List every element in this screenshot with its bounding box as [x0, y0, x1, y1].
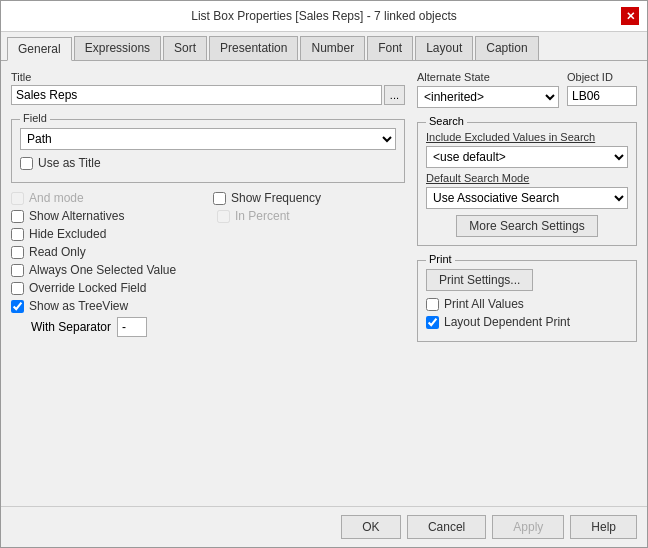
tab-bar: General Expressions Sort Presentation Nu…: [1, 32, 647, 61]
search-section: Search Include Excluded Values in Search…: [417, 122, 637, 246]
use-as-title-checkbox[interactable]: [20, 157, 33, 170]
and-mode-label: And mode: [29, 191, 84, 205]
field-select[interactable]: Path: [20, 128, 396, 150]
always-one-label: Always One Selected Value: [29, 263, 176, 277]
cancel-button[interactable]: Cancel: [407, 515, 486, 539]
show-alternatives-label: Show Alternatives: [29, 209, 124, 223]
layout-dependent-label: Layout Dependent Print: [444, 315, 570, 329]
separator-input[interactable]: -: [117, 317, 147, 337]
tab-expressions[interactable]: Expressions: [74, 36, 161, 60]
include-excluded-label: Include Excluded Values in Search: [426, 131, 628, 143]
always-one-row: Always One Selected Value: [11, 263, 203, 277]
help-button[interactable]: Help: [570, 515, 637, 539]
title-dots-button[interactable]: ...: [384, 85, 405, 105]
tab-number[interactable]: Number: [300, 36, 365, 60]
show-frequency-checkbox[interactable]: [213, 192, 226, 205]
print-settings-button[interactable]: Print Settings...: [426, 269, 533, 291]
tab-general[interactable]: General: [7, 37, 72, 61]
hide-excluded-label: Hide Excluded: [29, 227, 106, 241]
tab-font[interactable]: Font: [367, 36, 413, 60]
override-locked-checkbox[interactable]: [11, 282, 24, 295]
print-all-label: Print All Values: [444, 297, 524, 311]
read-only-checkbox[interactable]: [11, 246, 24, 259]
tab-presentation[interactable]: Presentation: [209, 36, 298, 60]
right-panel: Alternate State <inherited> Object ID LB…: [417, 71, 637, 496]
hide-excluded-checkbox[interactable]: [11, 228, 24, 241]
and-mode-checkbox[interactable]: [11, 192, 24, 205]
tab-sort[interactable]: Sort: [163, 36, 207, 60]
with-separator-row: With Separator -: [31, 317, 203, 337]
search-section-label: Search: [426, 115, 467, 127]
tab-layout[interactable]: Layout: [415, 36, 473, 60]
default-search-label: Default Search Mode: [426, 172, 628, 184]
layout-dependent-checkbox[interactable]: [426, 316, 439, 329]
show-treeview-label: Show as TreeView: [29, 299, 128, 313]
ok-button[interactable]: OK: [341, 515, 401, 539]
apply-button[interactable]: Apply: [492, 515, 564, 539]
checkbox-section: And mode Show Alternatives Hide Excluded…: [11, 191, 405, 337]
show-alternatives-row: Show Alternatives: [11, 209, 203, 223]
object-id-section: Object ID LB06: [567, 71, 637, 108]
left-panel: Title Sales Reps ... Field Path Use as T…: [11, 71, 405, 496]
override-locked-row: Override Locked Field: [11, 281, 203, 295]
close-button[interactable]: ✕: [621, 7, 639, 25]
show-frequency-row: Show Frequency: [213, 191, 405, 205]
object-id-input[interactable]: LB06: [567, 86, 637, 106]
layout-dependent-row: Layout Dependent Print: [426, 315, 628, 329]
print-section-label: Print: [426, 253, 455, 265]
window-title: List Box Properties [Sales Reps] - 7 lin…: [27, 9, 621, 23]
show-treeview-row: Show as TreeView: [11, 299, 203, 313]
state-id-row: Alternate State <inherited> Object ID LB…: [417, 71, 637, 108]
always-one-checkbox[interactable]: [11, 264, 24, 277]
title-section: Title Sales Reps ...: [11, 71, 405, 105]
field-group: Field Path Use as Title: [11, 119, 405, 183]
hide-excluded-row: Hide Excluded: [11, 227, 203, 241]
in-percent-row: In Percent: [217, 209, 405, 223]
in-percent-label: In Percent: [235, 209, 290, 223]
include-excluded-select[interactable]: <use default>: [426, 146, 628, 168]
show-frequency-label: Show Frequency: [231, 191, 321, 205]
print-all-row: Print All Values: [426, 297, 628, 311]
more-search-settings-button[interactable]: More Search Settings: [456, 215, 597, 237]
override-locked-label: Override Locked Field: [29, 281, 146, 295]
col-right: Show Frequency In Percent: [213, 191, 405, 337]
main-content: Title Sales Reps ... Field Path Use as T…: [1, 61, 647, 506]
tab-caption[interactable]: Caption: [475, 36, 538, 60]
show-treeview-checkbox[interactable]: [11, 300, 24, 313]
use-as-title-row: Use as Title: [20, 156, 396, 170]
in-percent-checkbox[interactable]: [217, 210, 230, 223]
print-section: Print Print Settings... Print All Values…: [417, 260, 637, 342]
use-as-title-label: Use as Title: [38, 156, 101, 170]
title-input[interactable]: Sales Reps: [11, 85, 382, 105]
read-only-label: Read Only: [29, 245, 86, 259]
alternate-state-label: Alternate State: [417, 71, 559, 83]
print-all-checkbox[interactable]: [426, 298, 439, 311]
alternate-state-section: Alternate State <inherited>: [417, 71, 559, 108]
title-bar: List Box Properties [Sales Reps] - 7 lin…: [1, 1, 647, 32]
read-only-row: Read Only: [11, 245, 203, 259]
alternate-state-select[interactable]: <inherited>: [417, 86, 559, 108]
col-left: And mode Show Alternatives Hide Excluded…: [11, 191, 203, 337]
and-mode-row: And mode: [11, 191, 203, 205]
main-window: List Box Properties [Sales Reps] - 7 lin…: [0, 0, 648, 548]
title-label: Title: [11, 71, 405, 83]
bottom-bar: OK Cancel Apply Help: [1, 506, 647, 547]
default-search-select[interactable]: Use Associative Search: [426, 187, 628, 209]
object-id-label: Object ID: [567, 71, 637, 83]
with-separator-label: With Separator: [31, 320, 111, 334]
field-group-label: Field: [20, 112, 50, 124]
show-alternatives-checkbox[interactable]: [11, 210, 24, 223]
